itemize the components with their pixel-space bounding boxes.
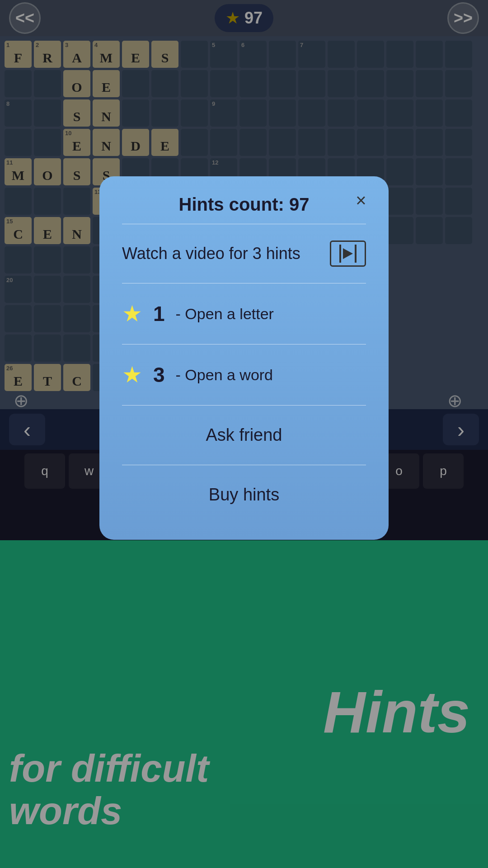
hint-3-desc: - Open a word: [176, 366, 273, 384]
hint-1-row[interactable]: ★ 1 - Open a letter: [122, 291, 366, 337]
ask-friend-button[interactable]: Ask friend: [122, 413, 366, 458]
play-triangle: [343, 248, 353, 259]
watch-video-row[interactable]: Watch a video for 3 hints: [122, 231, 366, 276]
hint-3-star: ★: [122, 362, 142, 388]
film-strip-left: [339, 245, 341, 263]
hint-1-count: 1: [153, 302, 165, 326]
divider-1: [122, 224, 366, 224]
hints-modal: Hints count: 97 × Watch a video for 3 hi…: [99, 176, 389, 540]
divider-2: [122, 283, 366, 283]
divider-3: [122, 344, 366, 344]
watch-video-text: Watch a video for 3 hints: [122, 244, 300, 263]
divider-5: [122, 465, 366, 465]
buy-hints-button[interactable]: Buy hints: [122, 472, 366, 517]
film-strip-right: [355, 245, 357, 263]
video-icon: [330, 241, 366, 267]
hint-1-desc: - Open a letter: [176, 305, 274, 323]
divider-4: [122, 405, 366, 406]
hint-3-count: 3: [153, 363, 165, 387]
modal-close-button[interactable]: ×: [350, 189, 372, 212]
modal-title: Hints count: 97: [122, 194, 366, 215]
hint-3-row[interactable]: ★ 3 - Open a word: [122, 352, 366, 398]
modal-overlay: Hints count: 97 × Watch a video for 3 hi…: [0, 0, 488, 868]
hint-1-star: ★: [122, 301, 142, 327]
close-icon: ×: [356, 190, 366, 211]
